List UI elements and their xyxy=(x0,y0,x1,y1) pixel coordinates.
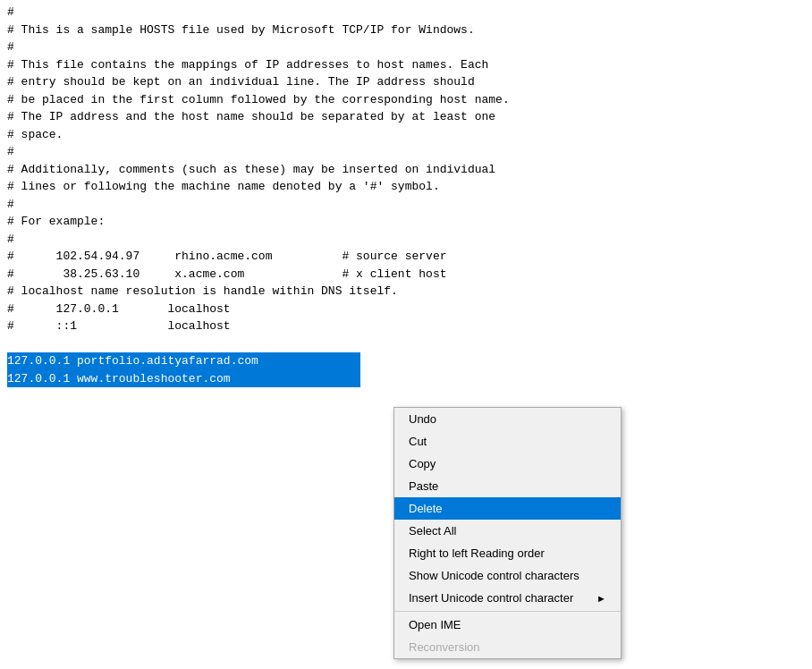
menu-item-label: Copy xyxy=(409,457,436,470)
menu-item-insert-unicode[interactable]: Insert Unicode control character► xyxy=(394,587,621,609)
menu-item-paste[interactable]: Paste xyxy=(394,475,621,497)
menu-item-label: Undo xyxy=(409,412,436,426)
menu-item-label: Open IME xyxy=(409,618,461,631)
menu-item-select-all[interactable]: Select All xyxy=(394,520,621,542)
menu-item-copy[interactable]: Copy xyxy=(394,453,621,475)
menu-item-label: Paste xyxy=(409,479,438,493)
menu-item-label: Delete xyxy=(409,502,443,515)
menu-item-show-unicode[interactable]: Show Unicode control characters xyxy=(394,564,621,587)
menu-item-label: Reconversion xyxy=(409,640,480,654)
selected-line: 127.0.0.1 portfolio.adityafarrad.com xyxy=(7,352,360,370)
menu-item-label: Right to left Reading order xyxy=(409,546,545,560)
menu-item-rtl[interactable]: Right to left Reading order xyxy=(394,542,621,564)
menu-item-undo[interactable]: Undo xyxy=(394,408,621,430)
menu-item-label: Cut xyxy=(409,435,427,448)
menu-item-open-ime[interactable]: Open IME xyxy=(394,614,621,636)
menu-item-label: Select All xyxy=(409,524,456,538)
menu-item-cut[interactable]: Cut xyxy=(394,430,621,453)
submenu-arrow-icon: ► xyxy=(596,593,606,604)
menu-separator xyxy=(394,611,621,612)
selected-line: 127.0.0.1 www.troubleshooter.com xyxy=(7,370,360,388)
context-menu: UndoCutCopyPasteDeleteSelect AllRight to… xyxy=(393,407,622,659)
menu-item-label: Show Unicode control characters xyxy=(409,569,579,582)
menu-item-delete[interactable]: Delete xyxy=(394,497,621,520)
menu-item-label: Insert Unicode control character xyxy=(409,591,573,605)
editor-area[interactable]: # # This is a sample HOSTS file used by … xyxy=(0,0,812,391)
menu-item-reconversion: Reconversion xyxy=(394,636,621,658)
